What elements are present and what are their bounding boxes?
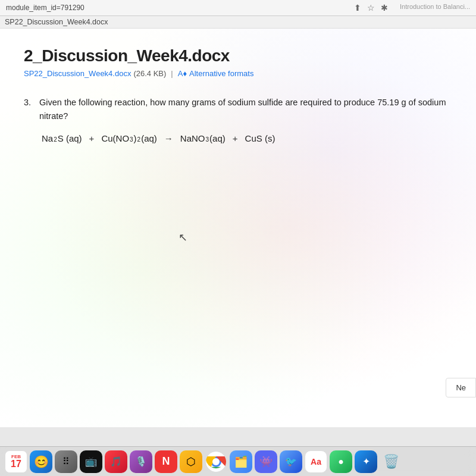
dock-news[interactable]: N bbox=[155, 450, 177, 473]
alt-format-link[interactable]: Alternative formats bbox=[189, 69, 253, 78]
meta-size: (26.4 KB) bbox=[133, 69, 166, 78]
dock-day: 17 bbox=[11, 459, 21, 469]
cursor-indicator: ↖ bbox=[178, 231, 187, 244]
chemical-equation: Na2S (aq) + Cu(NO3)2 (aq) → NaNO3 (aq) +… bbox=[42, 131, 452, 146]
plus2: + bbox=[233, 131, 238, 146]
question-block: 3. Given the following reaction, how man… bbox=[24, 96, 452, 146]
dock-discord[interactable]: 👾 bbox=[255, 450, 277, 473]
dock-finder[interactable]: 😊 bbox=[30, 450, 52, 473]
question-text: Given the following reaction, how many g… bbox=[39, 96, 452, 123]
url-bar: module_item_id=791290 bbox=[6, 4, 84, 12]
dock-launchpad[interactable]: ⠿ bbox=[55, 450, 77, 473]
dock-unknown1[interactable]: 🐦 bbox=[280, 450, 302, 473]
plus1: + bbox=[89, 131, 95, 146]
share-icon[interactable]: ⬆ bbox=[354, 3, 361, 12]
browser-top-bar: module_item_id=791290 ⬆ ☆ ✱ Introduction… bbox=[0, 0, 476, 16]
question-number: 3. bbox=[24, 96, 35, 123]
document-meta: SP22_Discussion_Week4.docx (26.4 KB) | A… bbox=[24, 69, 452, 78]
meta-separator: | bbox=[171, 69, 173, 78]
dock-swirl-app[interactable]: ✦ bbox=[355, 450, 377, 473]
svg-point-2 bbox=[212, 458, 220, 465]
main-content: 2_Discussion_Week4.docx SP22_Discussion_… bbox=[0, 29, 476, 427]
arrow: → bbox=[164, 131, 173, 146]
question-row: 3. Given the following reaction, how man… bbox=[24, 96, 452, 123]
dock-sketch[interactable]: ⬡ bbox=[180, 450, 202, 473]
dock-music[interactable]: 🎵 bbox=[105, 450, 127, 473]
next-button[interactable]: Ne bbox=[446, 378, 476, 397]
file-tab: SP22_Discussion_Week4.docx bbox=[0, 16, 476, 29]
bookmark-icon[interactable]: ✱ bbox=[381, 3, 388, 12]
dock-appletv[interactable]: 📺 bbox=[80, 450, 102, 473]
intro-link[interactable]: Introduction to Balanci... bbox=[400, 3, 470, 12]
dock-folder[interactable]: 🗂️ bbox=[230, 450, 252, 473]
reactant1: Na2S (aq) bbox=[42, 131, 82, 146]
dock-green-app[interactable]: ● bbox=[330, 450, 352, 473]
alt-format-icon: A♦ bbox=[178, 69, 187, 78]
product1: NaNO3 (aq) bbox=[180, 131, 226, 146]
dock-calendar[interactable]: FEB 17 bbox=[5, 450, 27, 473]
product2: CuS (s) bbox=[245, 131, 275, 146]
dock-chrome[interactable] bbox=[205, 450, 227, 473]
dock: FEB 17 😊 ⠿ 📺 🎵 🎙️ N ⬡ bbox=[0, 446, 476, 476]
dock-dictionary[interactable]: Aa bbox=[305, 450, 327, 473]
document-title: 2_Discussion_Week4.docx bbox=[24, 46, 452, 65]
meta-filename[interactable]: SP22_Discussion_Week4.docx bbox=[24, 69, 131, 78]
browser-icons: ⬆ ☆ ✱ Introduction to Balanci... bbox=[354, 3, 470, 12]
dock-podcasts[interactable]: 🎙️ bbox=[130, 450, 152, 473]
star-icon[interactable]: ☆ bbox=[367, 3, 375, 12]
dock-trash[interactable]: 🗑️ bbox=[380, 450, 402, 473]
reactant2: Cu(NO3)2 (aq) bbox=[101, 131, 156, 146]
file-tab-name: SP22_Discussion_Week4.docx bbox=[5, 18, 108, 26]
content-wrapper: 2_Discussion_Week4.docx SP22_Discussion_… bbox=[0, 29, 476, 158]
